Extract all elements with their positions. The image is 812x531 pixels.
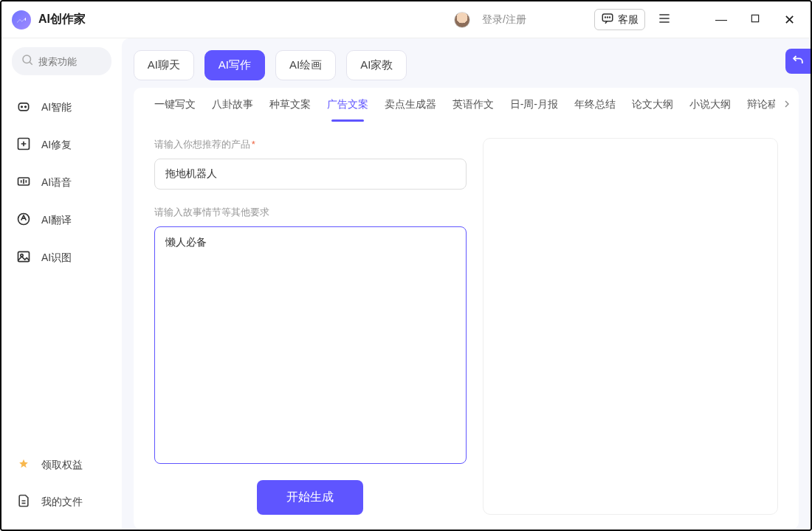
sidebar-item-ai-image[interactable]: AI识图 (12, 239, 111, 277)
sidebar-item-label: 领取权益 (41, 459, 83, 472)
sidebar-item-ai-voice[interactable]: AI语音 (12, 164, 111, 201)
tab-ai-draw[interactable]: AI绘画 (275, 50, 336, 80)
gift-icon (16, 458, 31, 473)
search-input[interactable] (38, 56, 103, 67)
login-register-link[interactable]: 登录/注册 (482, 13, 526, 27)
sidebar-item-benefits[interactable]: 领取权益 (12, 448, 111, 483)
sidebar: AI智能 AI修复 AI语音 AI翻译 AI识图 领取权益 我的文件 (1, 38, 122, 530)
sidebar-item-label: AI语音 (41, 176, 72, 190)
subtab-ad[interactable]: 广告文案 (327, 98, 368, 122)
window-minimize-button[interactable]: — (710, 13, 732, 27)
tab-ai-write[interactable]: AI写作 (204, 50, 265, 80)
subtab-onekey[interactable]: 一键写文 (154, 98, 196, 122)
customer-service-label: 客服 (618, 13, 639, 27)
titlebar: AI创作家 登录/注册 客服 — ✕ (1, 1, 811, 38)
content: 请输入你想推荐的产品* 请输入故事情节等其他要求 开始生成 (134, 122, 799, 530)
subtab-selling-point[interactable]: 卖点生成器 (385, 98, 436, 122)
svg-line-9 (30, 62, 32, 64)
customer-service-button[interactable]: 客服 (594, 9, 645, 30)
audio-icon (16, 174, 31, 191)
sidebar-item-my-files[interactable]: 我的文件 (12, 483, 111, 521)
svg-point-12 (25, 106, 27, 108)
svg-point-3 (610, 17, 610, 18)
sidebar-item-label: AI识图 (41, 251, 72, 265)
sidebar-item-ai-translate[interactable]: AI翻译 (12, 201, 111, 239)
subtab-year-summary[interactable]: 年终总结 (574, 98, 616, 122)
chevron-right-icon[interactable] (775, 98, 793, 113)
search-icon (21, 53, 38, 69)
undo-button[interactable] (785, 49, 811, 74)
window-close-button[interactable]: ✕ (778, 12, 800, 28)
sidebar-item-ai-repair[interactable]: AI修复 (12, 126, 111, 164)
subtab-report[interactable]: 日-周-月报 (510, 98, 558, 122)
undo-icon (791, 52, 805, 70)
image-icon (16, 249, 31, 266)
svg-point-11 (21, 106, 23, 108)
sidebar-item-ai-smart[interactable]: AI智能 (12, 88, 111, 126)
app-logo (12, 10, 31, 30)
top-tabs: AI聊天 AI写作 AI绘画 AI家教 (134, 50, 811, 80)
subtab-debate[interactable]: 辩论稿 (747, 98, 778, 122)
subtab-grass[interactable]: 种草文案 (269, 98, 311, 122)
required-mark: * (252, 139, 255, 150)
avatar[interactable] (454, 12, 470, 28)
search-box[interactable] (12, 47, 111, 75)
file-icon (16, 493, 31, 510)
app-title: AI创作家 (38, 12, 86, 27)
sidebar-item-label: AI修复 (41, 139, 72, 152)
sidebar-item-label: AI翻译 (41, 214, 72, 227)
svg-rect-7 (751, 15, 758, 21)
svg-rect-19 (18, 251, 30, 261)
tab-ai-tutor[interactable]: AI家教 (346, 50, 407, 80)
form-column: 请输入你想推荐的产品* 请输入故事情节等其他要求 开始生成 (134, 138, 467, 515)
generate-button[interactable]: 开始生成 (257, 480, 363, 515)
sidebar-item-label: 我的文件 (41, 496, 83, 509)
translate-icon (16, 212, 31, 229)
subtab-gossip[interactable]: 八卦故事 (212, 98, 253, 122)
svg-point-8 (23, 55, 31, 63)
window-maximize-button[interactable] (744, 13, 766, 27)
output-panel (483, 138, 778, 515)
svg-point-2 (608, 17, 608, 18)
subtab-english-essay[interactable]: 英语作文 (453, 98, 494, 122)
product-label: 请输入你想推荐的产品* (154, 138, 467, 151)
robot-icon (16, 99, 31, 116)
main: AI聊天 AI写作 AI绘画 AI家教 一键写文 八卦故事 种草文案 广告文案 … (122, 38, 811, 530)
menu-icon[interactable] (657, 11, 672, 29)
sub-tabs: 一键写文 八卦故事 种草文案 广告文案 卖点生成器 英语作文 日-周-月报 年终… (134, 88, 799, 122)
sidebar-item-label: AI智能 (41, 101, 72, 114)
product-input[interactable] (154, 159, 467, 190)
subtab-thesis-outline[interactable]: 论文大纲 (632, 98, 673, 122)
repair-icon (16, 136, 31, 153)
tab-ai-chat[interactable]: AI聊天 (134, 50, 194, 80)
details-label: 请输入故事情节等其他要求 (154, 206, 467, 219)
details-textarea[interactable] (154, 226, 467, 464)
chat-icon (601, 12, 614, 27)
svg-rect-10 (18, 103, 28, 111)
svg-point-1 (605, 17, 606, 18)
subtab-novel-outline[interactable]: 小说大纲 (689, 98, 731, 122)
